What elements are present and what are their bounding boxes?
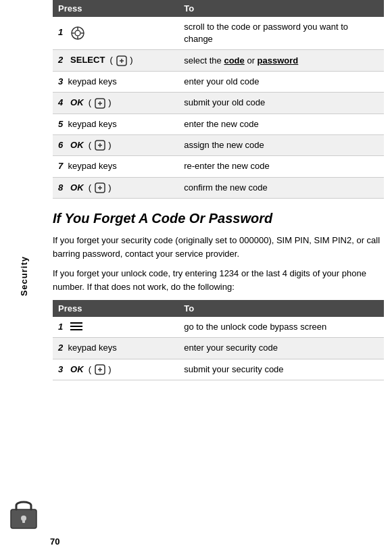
step-4-to: submit your old code bbox=[178, 93, 384, 114]
t2-step-1-press: 1 bbox=[53, 317, 178, 338]
t2-step-3-to: submit your security code bbox=[178, 359, 384, 380]
step-4-press: 4 OK ( ) bbox=[53, 93, 178, 114]
step-7-to: re-enter the new code bbox=[178, 156, 384, 177]
page-number: 70 bbox=[47, 536, 59, 547]
table-1: Press To 1 bbox=[53, 0, 384, 199]
table-row: 6 OK ( ) assign the new code bbox=[53, 134, 384, 156]
table-row: 3 keypad keys enter your old code bbox=[53, 71, 384, 92]
ok-key-icon-6 bbox=[94, 139, 106, 151]
step-2-press: 2 SELECT ( ) bbox=[53, 50, 178, 72]
t2-step-2-to: enter your security code bbox=[178, 338, 384, 359]
table2-header-press: Press bbox=[53, 300, 178, 317]
menu-icon bbox=[70, 322, 82, 332]
step-1-to: scroll to the code or password you want … bbox=[178, 17, 384, 50]
sidebar: Security bbox=[0, 0, 47, 552]
table-row: 3 OK ( ) submit your security code bbox=[53, 359, 384, 380]
table1-header-to: To bbox=[178, 0, 384, 17]
sidebar-bottom bbox=[8, 495, 39, 532]
table-row: 2 keypad keys enter your security code bbox=[53, 338, 384, 359]
sidebar-label: Security bbox=[19, 256, 29, 296]
section-para-1: If you forget your security code (origin… bbox=[53, 234, 384, 260]
table-row: 8 OK ( ) confirm the new code bbox=[53, 177, 384, 199]
select-key-icon bbox=[116, 55, 128, 67]
ok-key-icon-8 bbox=[94, 182, 106, 194]
main-content: Press To 1 bbox=[47, 0, 392, 552]
section-heading: If You Forget A Code Or Password bbox=[53, 209, 384, 227]
ok-key-icon-t2-3 bbox=[94, 363, 106, 376]
table-row: 1 scroll to the code or password you bbox=[53, 17, 384, 50]
table-row: 5 keypad keys enter the new code bbox=[53, 114, 384, 134]
table-row: 7 keypad keys re-enter the new code bbox=[53, 156, 384, 177]
svg-rect-2 bbox=[22, 518, 25, 523]
t2-step-3-press: 3 OK ( ) bbox=[53, 359, 178, 380]
step-7-press: 7 keypad keys bbox=[53, 156, 178, 177]
svg-point-4 bbox=[75, 30, 80, 36]
table-row: 1 go to the unlock code bypass screen bbox=[53, 317, 384, 338]
step-3-to: enter your old code bbox=[178, 71, 384, 92]
section-para-2: If you forget your unlock code, try ente… bbox=[53, 267, 384, 293]
step-5-press: 5 keypad keys bbox=[53, 114, 178, 134]
table-row: 2 SELECT ( ) select the code or password bbox=[53, 50, 384, 72]
scroll-wheel-icon bbox=[70, 26, 85, 41]
table-row: 4 OK ( ) submit your old code bbox=[53, 93, 384, 114]
t2-step-2-press: 2 keypad keys bbox=[53, 338, 178, 359]
step-6-press: 6 OK ( ) bbox=[53, 134, 178, 156]
step-8-to: confirm the new code bbox=[178, 177, 384, 199]
step-1-press: 1 bbox=[53, 17, 178, 50]
step-2-to: select the code or password bbox=[178, 50, 384, 72]
step-5-to: enter the new code bbox=[178, 114, 384, 134]
table1-header-press: Press bbox=[53, 0, 178, 17]
t2-step-1-to: go to the unlock code bypass screen bbox=[178, 317, 384, 338]
step-3-press: 3 keypad keys bbox=[53, 71, 178, 92]
table-2: Press To 1 bbox=[53, 300, 384, 380]
ok-key-icon-4 bbox=[94, 97, 106, 109]
table2-header-to: To bbox=[178, 300, 384, 317]
step-8-press: 8 OK ( ) bbox=[53, 177, 178, 199]
step-6-to: assign the new code bbox=[178, 134, 384, 156]
lock-icon bbox=[8, 495, 39, 530]
